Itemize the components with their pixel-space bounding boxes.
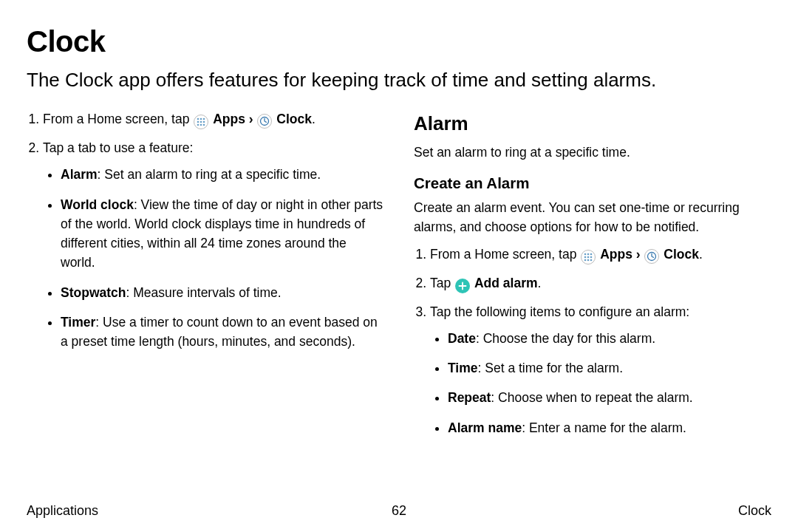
period: . bbox=[538, 276, 542, 290]
page-title: Clock bbox=[27, 25, 771, 58]
svg-point-3 bbox=[197, 121, 200, 123]
period: . bbox=[699, 247, 703, 262]
config-time: Time: Set a time for the alarm. bbox=[448, 358, 771, 378]
feature-desc: : Use a timer to count down to an event … bbox=[61, 315, 378, 349]
feature-name: Timer bbox=[61, 315, 95, 330]
feature-desc: : Set an alarm to ring at a specific tim… bbox=[98, 167, 321, 182]
svg-point-14 bbox=[587, 256, 590, 258]
create-alarm-intro: Create an alarm event. You can set one-t… bbox=[414, 198, 771, 237]
svg-point-5 bbox=[203, 121, 205, 123]
feature-stopwatch: Stopwatch: Measure intervals of time. bbox=[61, 283, 384, 302]
apps-icon bbox=[581, 250, 596, 265]
step-text: From a Home screen, tap bbox=[430, 247, 580, 262]
add-icon bbox=[455, 279, 470, 293]
config-desc: : Choose the day for this alarm. bbox=[476, 331, 655, 346]
period: . bbox=[312, 112, 316, 126]
right-column: Alarm Set an alarm to ring at a specific… bbox=[414, 109, 771, 448]
config-desc: : Enter a name for the alarm. bbox=[522, 420, 686, 435]
feature-timer: Timer: Use a timer to count down to an e… bbox=[61, 313, 384, 352]
page-footer: Applications 62 Clock bbox=[27, 503, 771, 519]
svg-point-17 bbox=[587, 259, 590, 261]
chevron-right-icon: › bbox=[249, 109, 253, 129]
svg-point-6 bbox=[197, 124, 200, 126]
feature-name: Stopwatch bbox=[61, 285, 126, 300]
apps-icon bbox=[194, 115, 208, 129]
left-steps: From a Home screen, tap Apps › Clock. Ta… bbox=[27, 109, 384, 351]
config-name: Alarm name bbox=[448, 420, 522, 435]
config-name: Repeat bbox=[448, 390, 491, 405]
left-step-2: Tap a tab to use a feature: Alarm: Set a… bbox=[43, 138, 384, 351]
chevron-right-icon: › bbox=[636, 245, 641, 264]
svg-point-4 bbox=[200, 121, 202, 123]
svg-point-12 bbox=[590, 253, 593, 255]
feature-name: World clock bbox=[61, 197, 134, 212]
config-date: Date: Choose the day for this alarm. bbox=[448, 329, 771, 348]
svg-point-11 bbox=[587, 253, 590, 255]
feature-world-clock: World clock: View the time of day or nig… bbox=[61, 195, 384, 273]
clock-label: Clock bbox=[664, 247, 699, 262]
feature-desc: : Measure intervals of time. bbox=[126, 285, 281, 300]
content-columns: From a Home screen, tap Apps › Clock. Ta… bbox=[27, 109, 771, 448]
alarm-intro: Set an alarm to ring at a specific time. bbox=[414, 143, 771, 162]
config-name: Time bbox=[448, 361, 478, 375]
create-alarm-heading: Create an Alarm bbox=[414, 172, 771, 195]
left-step-1: From a Home screen, tap Apps › Clock. bbox=[43, 109, 384, 129]
right-steps: From a Home screen, tap Apps › Clock. Ta… bbox=[414, 245, 771, 437]
clock-icon bbox=[257, 114, 272, 129]
feature-name: Alarm bbox=[61, 167, 98, 182]
page-number: 62 bbox=[27, 503, 771, 519]
alarm-heading: Alarm bbox=[414, 109, 771, 138]
apps-label: Apps bbox=[600, 247, 632, 262]
svg-point-8 bbox=[203, 124, 205, 126]
right-step-3: Tap the following items to configure an … bbox=[430, 302, 771, 437]
svg-point-7 bbox=[200, 124, 202, 126]
clock-label: Clock bbox=[276, 112, 312, 126]
svg-point-15 bbox=[590, 256, 593, 258]
svg-point-18 bbox=[590, 259, 593, 261]
step-text: Tap the following items to configure an … bbox=[430, 304, 689, 319]
step-text: From a Home screen, tap bbox=[43, 112, 193, 126]
svg-point-2 bbox=[203, 118, 205, 120]
config-desc: : Set a time for the alarm. bbox=[478, 361, 623, 375]
svg-point-16 bbox=[584, 259, 587, 261]
svg-point-10 bbox=[584, 253, 587, 255]
page-subtitle: The Clock app offers features for keepin… bbox=[27, 67, 771, 93]
config-list: Date: Choose the day for this alarm. Tim… bbox=[430, 329, 771, 437]
step-text: Tap a tab to use a feature: bbox=[43, 140, 193, 155]
svg-point-0 bbox=[197, 118, 200, 120]
config-name: Date bbox=[448, 331, 476, 346]
left-column: From a Home screen, tap Apps › Clock. Ta… bbox=[27, 109, 384, 448]
feature-list: Alarm: Set an alarm to ring at a specifi… bbox=[43, 165, 384, 351]
config-alarm-name: Alarm name: Enter a name for the alarm. bbox=[448, 418, 771, 437]
add-alarm-label: Add alarm bbox=[474, 276, 538, 290]
config-desc: : Choose when to repeat the alarm. bbox=[491, 390, 692, 405]
svg-point-1 bbox=[200, 118, 202, 120]
config-repeat: Repeat: Choose when to repeat the alarm. bbox=[448, 388, 771, 407]
right-step-2: Tap Add alarm. bbox=[430, 273, 771, 293]
step-text: Tap bbox=[430, 276, 454, 290]
right-step-1: From a Home screen, tap Apps › Clock. bbox=[430, 245, 771, 265]
clock-icon bbox=[644, 249, 659, 264]
apps-label: Apps bbox=[213, 112, 245, 126]
feature-alarm: Alarm: Set an alarm to ring at a specifi… bbox=[61, 165, 384, 184]
svg-point-13 bbox=[584, 256, 587, 258]
